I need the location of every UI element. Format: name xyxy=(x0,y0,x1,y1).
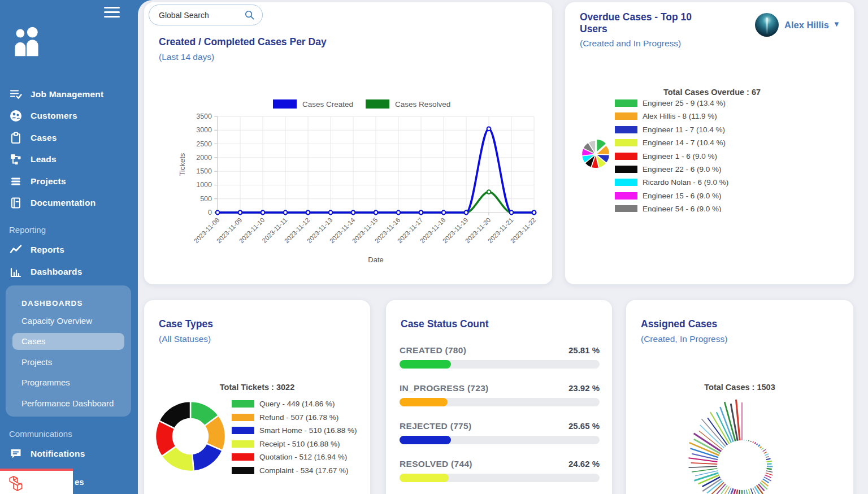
submenu-item-programmes[interactable]: Programmes xyxy=(12,374,124,391)
dashboards-submenu: DASHBOARDS Capacity OverviewCasesProject… xyxy=(6,285,131,417)
legend-item[interactable]: Engineer 15 - 6 (9.0 %) xyxy=(615,189,722,202)
sidebar-item-label: Leads xyxy=(31,154,57,164)
submenu-item-capacity-overview[interactable]: Capacity Overview xyxy=(12,313,124,330)
chart-line-icon xyxy=(9,243,23,257)
legend-swatch xyxy=(615,126,637,133)
sidebar-item-documentation[interactable]: Documentation xyxy=(0,193,138,213)
chevron-down-icon[interactable]: ▼ xyxy=(833,20,840,28)
svg-text:1000: 1000 xyxy=(196,181,212,189)
legend-item[interactable]: Engineer 11 - 7 (10.4 %) xyxy=(615,123,725,136)
svg-text:3000: 3000 xyxy=(196,126,212,134)
legend-swatch xyxy=(232,440,254,448)
status-bar-fill xyxy=(400,436,451,444)
legend-item[interactable]: Engineer 14 - 7 (10.4 %) xyxy=(615,136,726,149)
status-bar-fill xyxy=(400,474,449,482)
sidebar-item-dashboards[interactable]: Dashboards xyxy=(0,262,138,281)
status-label: RESOLVED (744) xyxy=(400,459,472,469)
status-percent: 25.81 % xyxy=(568,345,600,355)
legend-label: Engineer 25 - 9 (13.4 %) xyxy=(643,99,726,107)
user-avatar[interactable] xyxy=(755,13,779,37)
svg-text:0: 0 xyxy=(208,209,212,216)
user-name[interactable]: Alex Hillis xyxy=(784,20,829,31)
status-percent: 24.62 % xyxy=(568,459,600,469)
card-subtitle-assigned: (Created, In Progress) xyxy=(641,334,727,344)
status-bar-track xyxy=(400,436,600,444)
legend-label: Engineer 14 - 7 (10.4 %) xyxy=(643,138,726,147)
legend-label: Engineer 1 - 6 (9.0 %) xyxy=(643,152,717,161)
assigned-radial-chart[interactable] xyxy=(629,386,855,494)
submenu-item-projects[interactable]: Projects xyxy=(12,354,124,371)
people-circle-icon xyxy=(9,109,23,123)
legend-label: Quotation - 512 (16.94 %) xyxy=(259,453,347,461)
clipboard-icon xyxy=(9,131,23,145)
sidebar-item-reports[interactable]: Reports xyxy=(0,240,138,259)
legend-swatch xyxy=(232,427,254,434)
legend-item[interactable]: Query - 449 (14.86 %) xyxy=(232,397,335,410)
legend-label: Receipt - 510 (16.88 %) xyxy=(259,440,340,448)
overdue-cases-card: Overdue Cases - Top 10 Users (Created an… xyxy=(565,2,854,284)
overdue-pie-chart[interactable] xyxy=(570,128,622,180)
main-content: Created / Completed Cases Per Day (Last … xyxy=(138,0,868,494)
legend-item[interactable]: Engineer 25 - 9 (13.4 %) xyxy=(615,97,726,110)
sidebar-item-label: Customers xyxy=(31,111,77,121)
hamburger-menu-icon[interactable] xyxy=(104,7,120,18)
legend-swatch xyxy=(232,414,254,421)
status-label: CREATED (780) xyxy=(400,345,466,356)
sidebar-item-cases[interactable]: Cases xyxy=(0,128,138,148)
line-chart[interactable]: 05001000150020002500300035002023-11-0820… xyxy=(144,97,552,271)
submenu-item-cases[interactable]: Cases xyxy=(12,333,124,350)
legend-label: Smart Home - 510 (16.88 %) xyxy=(259,426,357,435)
legend-label: Complaint - 534 (17.67 %) xyxy=(259,466,349,475)
legend-swatch xyxy=(615,192,637,200)
bar-chart-icon xyxy=(9,265,23,279)
notification-icon xyxy=(9,447,23,461)
svg-text:2500: 2500 xyxy=(196,140,212,148)
sidebar-item-job-management[interactable]: Job Management xyxy=(0,85,138,104)
people-logo-icon xyxy=(11,25,43,58)
sidebar-item-label: Notifications xyxy=(31,449,85,459)
sidebar-item-projects[interactable]: Projects xyxy=(0,172,138,191)
status-bar-track xyxy=(400,360,600,369)
legend-item[interactable]: Complaint - 534 (17.67 %) xyxy=(232,464,349,477)
assigned-cases-card: Assigned Cases (Created, In Progress) To… xyxy=(626,300,853,494)
app-logo[interactable] xyxy=(11,25,43,60)
legend-item[interactable]: Engineer 1 - 6 (9.0 %) xyxy=(615,150,717,163)
card-subtitle-types: (All Statuses) xyxy=(159,334,211,344)
sidebar-item-customers[interactable]: Customers xyxy=(0,106,138,125)
legend-swatch xyxy=(615,166,637,173)
search-icon[interactable] xyxy=(244,10,255,20)
legend-label: Engineer 54 - 6 (9.0 %) xyxy=(643,205,722,212)
book-icon xyxy=(9,196,23,210)
legend-swatch xyxy=(615,139,637,146)
legend-swatch xyxy=(232,400,254,408)
status-bar-track xyxy=(400,398,600,406)
legend-item[interactable]: Quotation - 512 (16.94 %) xyxy=(232,450,347,463)
legend-item[interactable]: Ricardo Nolan - 6 (9.0 %) xyxy=(615,176,728,189)
laravel-logo-icon xyxy=(8,474,24,491)
legend-swatch xyxy=(232,453,254,461)
card-title-overdue: Overdue Cases - Top 10 Users xyxy=(580,11,710,35)
legend-item[interactable]: Receipt - 510 (16.88 %) xyxy=(232,437,340,450)
svg-text:2000: 2000 xyxy=(196,154,212,162)
submenu-item-performance-dashboard[interactable]: Performance Dashboard xyxy=(12,395,124,412)
legend-swatch xyxy=(615,153,637,160)
legend-label: Alex Hillis - 8 (11.9 %) xyxy=(643,112,717,120)
sidebar-item-notifications[interactable]: Notifications xyxy=(0,444,138,463)
status-bar-fill xyxy=(400,360,451,369)
status-bar-fill xyxy=(400,398,448,406)
case-types-donut-chart[interactable] xyxy=(151,397,230,476)
svg-text:Date: Date xyxy=(368,255,383,264)
legend-item[interactable]: Engineer 22 - 6 (9.0 %) xyxy=(615,163,722,176)
sidebar-item-leads[interactable]: Leads xyxy=(0,150,138,169)
legend-item[interactable]: Engineer 54 - 6 (9.0 %) xyxy=(615,202,722,212)
legend-item[interactable]: Alex Hillis - 8 (11.9 %) xyxy=(615,110,717,123)
legend-item[interactable]: Refund - 507 (16.78 %) xyxy=(232,411,338,424)
sidebar-item-partial[interactable]: es xyxy=(75,477,84,487)
legend-label: Refund - 507 (16.78 %) xyxy=(259,413,338,422)
status-percent: 23.92 % xyxy=(568,383,600,393)
legend-item[interactable]: Smart Home - 510 (16.88 %) xyxy=(232,424,357,437)
overdue-legend: Engineer 25 - 9 (13.4 %)Alex Hillis - 8 … xyxy=(615,97,841,212)
sidebar-item-label: Documentation xyxy=(31,198,96,208)
types-total-label: Total Tickets : 3022 xyxy=(201,383,314,392)
legend-swatch xyxy=(615,179,637,186)
